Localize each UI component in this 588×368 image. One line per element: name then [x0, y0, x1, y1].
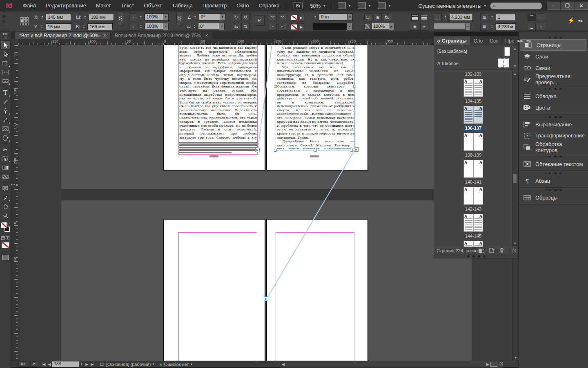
- x-stepper[interactable]: ▲▼: [40, 14, 45, 21]
- gutter-field[interactable]: 4,233 м: [496, 23, 515, 30]
- dock-group-gripper[interactable]: [519, 115, 588, 119]
- edit-page-size-button[interactable]: [478, 248, 489, 253]
- formatting-affects-text-button[interactable]: T: [6, 236, 9, 240]
- menu-window[interactable]: Окно: [232, 0, 254, 11]
- horizontal-scrollbar[interactable]: ◀ ▶: [280, 361, 503, 368]
- text-frame-out-port[interactable]: ▶: [255, 148, 260, 152]
- toolbar-collapse-icon[interactable]: ▶▶: [0, 32, 11, 36]
- frame-handle-bottom-left[interactable]: [274, 149, 277, 152]
- spread-thumbnail-134-135[interactable]: А А: [463, 79, 483, 97]
- page-number-field[interactable]: 138: [52, 361, 79, 367]
- arrange-documents-dropdown[interactable]: ▼: [374, 2, 394, 9]
- selected-frame-out-port[interactable]: ▶: [354, 147, 359, 152]
- dock-group-gripper[interactable]: [519, 155, 588, 158]
- page-tool[interactable]: [0, 58, 11, 67]
- view-options-dropdown[interactable]: ▼: [334, 2, 354, 9]
- next-page-button[interactable]: ▶: [84, 362, 89, 366]
- spread-label[interactable]: 142-143: [434, 206, 512, 211]
- text-frame-selected[interactable]: Сами реакции могут и отличаются и, к том…: [276, 45, 355, 150]
- scroll-up-icon[interactable]: ▲: [513, 72, 517, 76]
- select-parent-button[interactable]: ⌤: [278, 23, 286, 31]
- menu-view[interactable]: Просмотр: [198, 0, 232, 11]
- dock-item-transform[interactable]: Трансформирование: [519, 130, 588, 141]
- apply-none-button[interactable]: [2, 242, 9, 248]
- scroll-down-icon[interactable]: ▼: [513, 242, 517, 245]
- last-page-button[interactable]: ▶|: [89, 362, 96, 366]
- gutter-stepper[interactable]: ▲▼: [490, 23, 494, 30]
- frame-handle-mid-right[interactable]: [353, 85, 356, 88]
- new-spread-button[interactable]: [489, 248, 499, 253]
- close-icon[interactable]: ×: [205, 33, 208, 38]
- search-input[interactable]: ⌕: [490, 2, 542, 9]
- dock-item-layers[interactable]: Слои: [519, 51, 588, 62]
- master-none-thumbnail[interactable]: [504, 47, 510, 56]
- effects-button[interactable]: fx.: [383, 13, 391, 21]
- bridge-button[interactable]: Br: [294, 2, 303, 9]
- split-layout-view-button[interactable]: [490, 362, 497, 367]
- tab-layers[interactable]: Сло: [470, 36, 486, 45]
- stroke-weight-stepper[interactable]: ▲▼: [313, 14, 318, 21]
- spreads-list[interactable]: 132-133 А А 134-135 А А 136-137 А А 138-…: [434, 71, 512, 247]
- flip-vertical-button[interactable]: ⇅: [241, 23, 249, 31]
- fit-stepper[interactable]: ▲▼: [443, 14, 448, 21]
- spread-label[interactable]: 134-135: [434, 99, 512, 103]
- fitting-preset-dropdown[interactable]: ▼: [434, 23, 471, 30]
- master-a-thumbnail-left[interactable]: [498, 58, 503, 67]
- shear-field[interactable]: 0°▼: [198, 23, 225, 30]
- spread-thumbnail-144-145[interactable]: А А: [463, 214, 483, 232]
- columns-stepper[interactable]: ▲▼: [490, 14, 494, 21]
- resize-grip[interactable]: [499, 362, 503, 366]
- layout-status[interactable]: [Основной] (рабочий): [106, 362, 151, 367]
- stroke-swatch-none[interactable]: [291, 24, 297, 30]
- align-center-button[interactable]: ═: [537, 13, 545, 21]
- master-a-thumbnail-right[interactable]: [503, 58, 509, 67]
- dock-item-swatches[interactable]: Образцы: [519, 192, 588, 203]
- opacity-field[interactable]: 100%▶: [371, 23, 394, 30]
- page-dropdown-icon[interactable]: ▼: [79, 363, 84, 366]
- master-a-row[interactable]: А-Шаблон: [437, 61, 459, 66]
- scroll-right-icon[interactable]: ▶: [485, 362, 490, 366]
- scrollbar-thumb[interactable]: [513, 174, 517, 183]
- tab-links[interactable]: Свя: [486, 36, 501, 45]
- menu-edit[interactable]: Редактирование: [41, 0, 91, 11]
- constrain-dimensions-link-icon[interactable]: ⛓: [118, 11, 123, 25]
- corner-shape-button[interactable]: ▣: [374, 13, 382, 21]
- chevron-down-icon[interactable]: ▼: [189, 363, 194, 366]
- expand-panel-icon[interactable]: ▶▶: [518, 39, 523, 43]
- menu-type[interactable]: Текст: [116, 0, 139, 11]
- frame-handle-mid-left[interactable]: [274, 85, 277, 88]
- text-frame-left[interactable]: Руси, когда-то все мы наелись и нас вырв…: [178, 45, 258, 155]
- scroll-down-icon[interactable]: ▼: [513, 64, 517, 68]
- tab-pages[interactable]: ◇ Страницы: [434, 36, 470, 45]
- ruler-origin-corner[interactable]: [11, 39, 18, 45]
- dock-item-stroke[interactable]: Обводка: [519, 90, 588, 102]
- stroke-weight-field[interactable]: 0 пт▼: [319, 13, 353, 21]
- menu-help[interactable]: Справка: [254, 0, 284, 11]
- quick-apply-icon[interactable]: ⚡: [568, 17, 575, 24]
- menu-table[interactable]: Таблица: [167, 0, 198, 11]
- fill-flyout-arrow-icon[interactable]: ▶: [298, 14, 304, 22]
- corner-options-button[interactable]: ▢.: [364, 13, 372, 21]
- scale-y-stepper[interactable]: ▲▼: [138, 23, 143, 30]
- stroke-flyout-arrow-icon[interactable]: ▶: [298, 23, 304, 31]
- frame-handle-bottom-center[interactable]: [314, 149, 316, 152]
- scroll-left-icon[interactable]: ◀: [281, 362, 286, 366]
- menu-file[interactable]: Файл: [18, 0, 41, 11]
- polygon-tool[interactable]: [0, 133, 11, 142]
- screen-mode-button[interactable]: [2, 255, 9, 260]
- dock-group-gripper[interactable]: [519, 87, 588, 90]
- gap-tool[interactable]: [0, 67, 11, 76]
- text-frame-in-port[interactable]: ▶: [264, 296, 268, 301]
- workspace-switcher[interactable]: Существенные элементы ▼: [415, 3, 490, 9]
- scale-x-field[interactable]: 100%▼: [145, 13, 169, 21]
- previous-page-button[interactable]: ◀: [47, 362, 52, 366]
- pencil-tool[interactable]: [0, 115, 11, 124]
- window-minimize-button[interactable]: –: [547, 2, 560, 10]
- type-tool[interactable]: T: [0, 88, 11, 97]
- stroke-style-dropdown[interactable]: ▼: [313, 23, 352, 30]
- scroll-up-icon[interactable]: ▲: [513, 47, 517, 51]
- select-container-button[interactable]: P: [254, 15, 265, 26]
- spread-label[interactable]: 132-133: [434, 72, 512, 76]
- fill-swatch-none[interactable]: [291, 15, 297, 20]
- wrap-none-button[interactable]: [411, 13, 419, 21]
